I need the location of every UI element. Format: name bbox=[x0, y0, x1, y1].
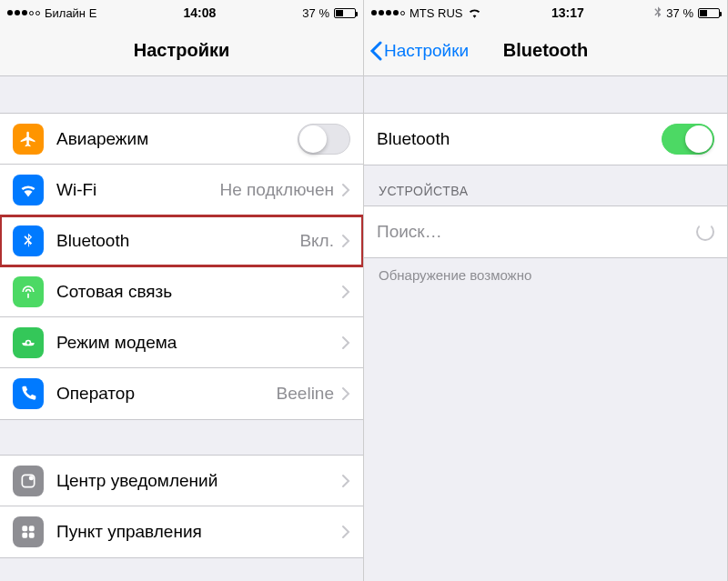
svg-point-1 bbox=[29, 476, 34, 480]
row-search-label: Поиск… bbox=[377, 222, 696, 242]
airplane-toggle[interactable] bbox=[298, 124, 350, 155]
control-center-icon bbox=[13, 516, 44, 547]
row-airplane-label: Авиарежим bbox=[56, 129, 298, 149]
row-wifi[interactable]: Wi-Fi Не подключен bbox=[0, 165, 363, 215]
battery-percent: 37 % bbox=[302, 6, 329, 20]
status-time: 14:08 bbox=[183, 5, 216, 20]
row-control-label: Пункт управления bbox=[56, 522, 341, 542]
carrier-label: MTS RUS bbox=[410, 6, 463, 20]
chevron-right-icon bbox=[341, 474, 350, 488]
airplane-icon bbox=[13, 124, 44, 155]
row-bluetooth-label: Bluetooth bbox=[377, 129, 662, 149]
row-wifi-label: Wi-Fi bbox=[56, 180, 220, 200]
row-hotspot[interactable]: Режим модема bbox=[0, 317, 363, 368]
notifications-icon bbox=[13, 466, 44, 496]
carrier-label: Билайн E bbox=[45, 6, 96, 20]
spinner-icon bbox=[696, 223, 714, 241]
row-carrier-value: Beeline bbox=[277, 384, 334, 404]
chevron-right-icon bbox=[341, 525, 350, 539]
page-title: Bluetooth bbox=[503, 40, 588, 61]
status-time: 13:17 bbox=[551, 5, 584, 20]
svg-rect-3 bbox=[29, 526, 35, 531]
hotspot-icon bbox=[13, 327, 44, 358]
row-carrier-label: Оператор bbox=[56, 384, 277, 404]
row-search: Поиск… bbox=[364, 206, 727, 257]
phone-left-settings: Билайн E 14:08 37 % Настройки Авиарежим bbox=[0, 0, 364, 581]
settings-group-2: Центр уведомлений Пункт управления bbox=[0, 455, 363, 558]
row-control-center[interactable]: Пункт управления bbox=[0, 506, 363, 557]
header: Настройки Bluetooth bbox=[364, 25, 727, 76]
chevron-right-icon bbox=[341, 336, 350, 350]
header: Настройки bbox=[0, 25, 363, 76]
phone-icon bbox=[13, 378, 44, 409]
svg-rect-4 bbox=[22, 533, 27, 538]
row-bluetooth[interactable]: Bluetooth Вкл. bbox=[0, 215, 363, 266]
bluetooth-status-icon bbox=[654, 6, 662, 19]
wifi-icon bbox=[13, 175, 44, 205]
row-bluetooth-toggle[interactable]: Bluetooth bbox=[364, 114, 727, 165]
chevron-right-icon bbox=[341, 183, 350, 197]
row-bluetooth-label: Bluetooth bbox=[56, 231, 299, 251]
row-carrier[interactable]: Оператор Beeline bbox=[0, 368, 363, 419]
status-bar: Билайн E 14:08 37 % bbox=[0, 0, 363, 25]
battery-icon bbox=[698, 8, 720, 18]
signal-dots-icon bbox=[371, 10, 405, 15]
back-label: Настройки bbox=[384, 41, 469, 61]
back-button[interactable]: Настройки bbox=[369, 41, 469, 61]
discoverable-footer: Обнаружение возможно bbox=[364, 258, 727, 292]
chevron-right-icon bbox=[341, 285, 350, 299]
chevron-right-icon bbox=[341, 386, 350, 401]
bluetooth-toggle[interactable] bbox=[662, 124, 714, 155]
status-bar: MTS RUS 13:17 37 % bbox=[364, 0, 727, 25]
row-notifications[interactable]: Центр уведомлений bbox=[0, 456, 363, 506]
row-bluetooth-value: Вкл. bbox=[299, 231, 334, 251]
row-notifications-label: Центр уведомлений bbox=[56, 471, 341, 491]
svg-rect-5 bbox=[29, 533, 35, 538]
devices-group: Поиск… bbox=[364, 205, 727, 258]
battery-icon bbox=[334, 8, 356, 18]
svg-rect-2 bbox=[22, 526, 27, 531]
chevron-right-icon bbox=[341, 234, 350, 248]
page-title: Настройки bbox=[134, 40, 230, 61]
wifi-status-icon bbox=[468, 7, 481, 18]
row-wifi-value: Не подключен bbox=[220, 180, 335, 200]
signal-dots-icon bbox=[7, 10, 40, 15]
devices-section-header: УСТРОЙСТВА bbox=[364, 165, 727, 205]
battery-percent: 37 % bbox=[666, 6, 693, 20]
settings-list-scroll[interactable]: Авиарежим Wi-Fi Не подключен Bluetooth В… bbox=[0, 76, 363, 581]
cellular-icon bbox=[13, 276, 44, 307]
settings-group-1: Авиарежим Wi-Fi Не подключен Bluetooth В… bbox=[0, 113, 363, 420]
bluetooth-scroll[interactable]: Bluetooth УСТРОЙСТВА Поиск… Обнаружение … bbox=[364, 76, 727, 581]
chevron-left-icon bbox=[369, 41, 382, 61]
row-cellular[interactable]: Сотовая связь bbox=[0, 266, 363, 317]
bluetooth-icon bbox=[13, 225, 44, 256]
bluetooth-toggle-group: Bluetooth bbox=[364, 113, 727, 165]
row-hotspot-label: Режим модема bbox=[56, 333, 341, 353]
row-airplane[interactable]: Авиарежим bbox=[0, 114, 363, 165]
phone-right-bluetooth: MTS RUS 13:17 37 % Настройки Bluetooth bbox=[364, 0, 728, 581]
row-cellular-label: Сотовая связь bbox=[56, 282, 341, 302]
